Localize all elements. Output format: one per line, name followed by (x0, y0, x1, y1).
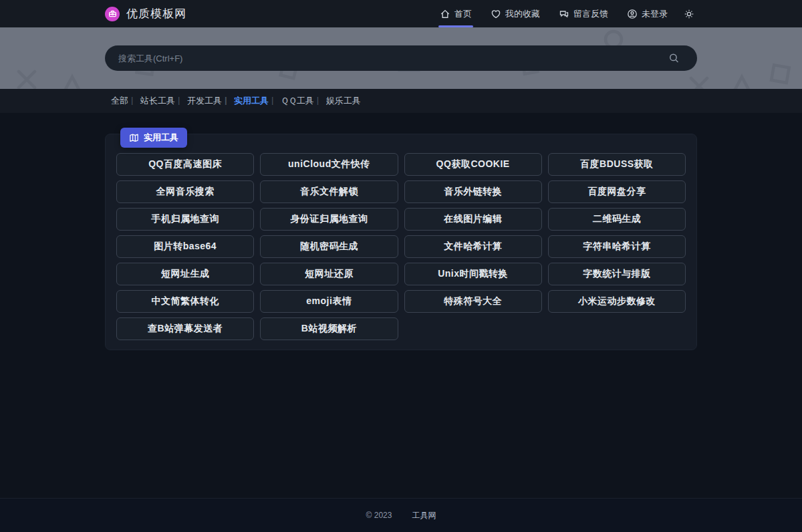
tool-button[interactable]: QQ获取COOKIE (404, 153, 542, 176)
tool-button[interactable]: emoji表情 (260, 290, 398, 313)
nav-item-login[interactable]: 未登录 (618, 0, 677, 27)
tool-button[interactable]: 百度BDUSS获取 (548, 153, 686, 176)
tool-button[interactable]: 小米运动步数修改 (548, 290, 686, 313)
tool-button[interactable]: 字符串哈希计算 (548, 235, 686, 258)
tool-button[interactable]: 查B站弹幕发送者 (116, 317, 254, 340)
main-content: 实用工具 QQ百度高速图床 uniCloud文件快传 QQ获取COOKIE 百度… (0, 113, 802, 498)
nav-item-label: 我的收藏 (505, 8, 540, 20)
tool-button[interactable]: 手机归属地查询 (116, 208, 254, 231)
tool-button[interactable]: 中文简繁体转化 (116, 290, 254, 313)
category-filter-bar: 全部 站长工具 开发工具 实用工具 ＱＱ工具 娱乐工具 (0, 89, 802, 113)
tool-button[interactable]: 在线图片编辑 (404, 208, 542, 231)
nav-menu: 首页 我的收藏 留言反馈 (430, 0, 697, 27)
tool-button[interactable]: 图片转base64 (116, 235, 254, 258)
footer-site-link[interactable]: 工具网 (412, 510, 436, 521)
home-icon (440, 9, 450, 19)
hero-banner (0, 27, 802, 89)
category-filter-list: 全部 站长工具 开发工具 实用工具 ＱＱ工具 娱乐工具 (105, 89, 697, 113)
nav-item-feedback[interactable]: 留言反馈 (549, 0, 618, 27)
heart-icon (491, 9, 501, 19)
section-badge: 实用工具 (120, 128, 187, 148)
toolbox-logo-icon (105, 7, 120, 21)
tool-button[interactable]: 百度网盘分享 (548, 180, 686, 203)
nav-item-label: 留言反馈 (573, 8, 608, 20)
filter-category[interactable]: 站长工具 (134, 95, 181, 107)
tool-button[interactable]: QQ百度高速图床 (116, 153, 254, 176)
tool-button[interactable]: 文件哈希计算 (404, 235, 542, 258)
search-bar (105, 45, 697, 71)
tool-button[interactable]: 身份证归属地查询 (260, 208, 398, 231)
site-title: 优质模板网 (126, 6, 186, 21)
tool-button[interactable]: 短网址生成 (116, 263, 254, 285)
search-input[interactable] (105, 45, 697, 71)
filter-category[interactable]: ＱＱ工具 (275, 95, 320, 107)
filter-category[interactable]: 娱乐工具 (320, 95, 367, 107)
tool-button[interactable]: 特殊符号大全 (404, 290, 542, 313)
nav-item-home[interactable]: 首页 (430, 0, 481, 27)
nav-item-label: 首页 (454, 8, 472, 20)
tool-section-card: 实用工具 QQ百度高速图床 uniCloud文件快传 QQ获取COOKIE 百度… (105, 134, 697, 350)
magnifier-icon[interactable] (668, 53, 680, 64)
tool-button[interactable]: Unix时间戳转换 (404, 263, 542, 285)
tool-button[interactable]: 全网音乐搜索 (116, 180, 254, 203)
section-badge-label: 实用工具 (144, 132, 178, 144)
filter-category[interactable]: 实用工具 (228, 95, 275, 107)
copyright-text: © 2023 (366, 511, 392, 520)
tool-button[interactable]: 随机密码生成 (260, 235, 398, 258)
tool-button[interactable]: 字数统计与排版 (548, 263, 686, 285)
sun-icon[interactable] (681, 6, 697, 22)
tool-button[interactable]: 音乐外链转换 (404, 180, 542, 203)
nav-item-label: 未登录 (642, 8, 668, 20)
tool-button[interactable]: 短网址还原 (260, 263, 398, 285)
top-navbar: 优质模板网 首页 我的收藏 (0, 0, 802, 27)
brand[interactable]: 优质模板网 (105, 6, 186, 21)
filter-category[interactable]: 全部 (105, 95, 134, 107)
user-icon (627, 9, 638, 19)
tool-button[interactable]: B站视频解析 (260, 317, 398, 340)
feedback-icon (559, 9, 569, 19)
nav-item-favorites[interactable]: 我的收藏 (481, 0, 549, 27)
page-footer: © 2023 工具网 (0, 498, 802, 532)
tool-button[interactable]: 二维码生成 (548, 208, 686, 231)
filter-category[interactable]: 开发工具 (181, 95, 228, 107)
map-icon (129, 133, 139, 143)
tool-grid: QQ百度高速图床 uniCloud文件快传 QQ获取COOKIE 百度BDUSS… (116, 153, 686, 340)
tool-button[interactable]: uniCloud文件快传 (260, 153, 398, 176)
tool-button[interactable]: 音乐文件解锁 (260, 180, 398, 203)
